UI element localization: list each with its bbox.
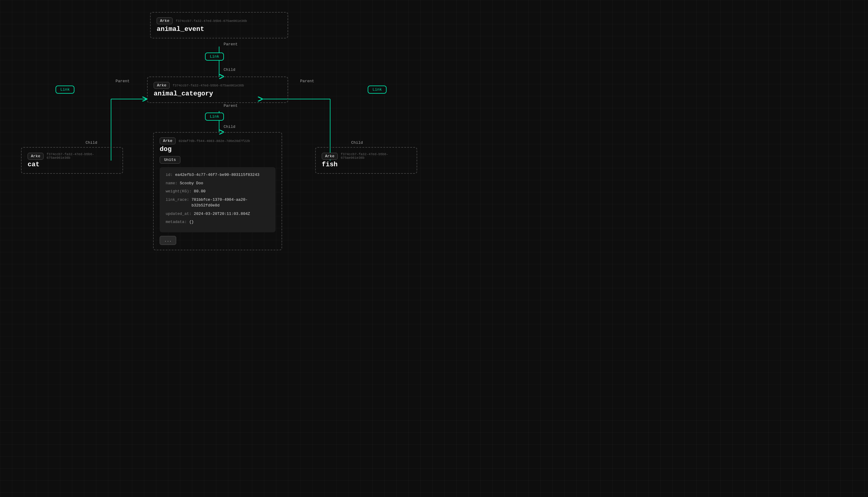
dog-more-button[interactable]: ... [160,236,176,245]
node-cat-uuid: f374ccb7-fa32-47ed-b5b6-675ae061e36b [46,153,116,160]
node-dog-name: dog [160,145,275,153]
dog-id-key: id: [166,172,173,178]
node-animal-event-header: Arke f374ccb7-fa32-47ed-b5b6-675ae061e36… [157,17,282,24]
node-fish-header: Arke f374ccb7-fa32-47ed-b5b6-675ae061e36… [322,153,411,160]
edge-label-child-fish: Child [351,140,363,145]
dog-name-val: Scooby Doo [180,180,203,186]
node-animal-category-uuid: f374ccb7-fa32-47ed-b5b6-675ae061e36b [173,84,244,87]
node-animal-category[interactable]: Arke f374ccb7-fa32-47ed-b5b6-675ae061e36… [147,76,288,103]
link-badge-3[interactable]: Link [56,86,74,94]
dog-data-panel: id: ea42efb3-4c77-46f7-be90-803115f83243… [160,167,275,232]
node-animal-category-name: animal_category [154,90,282,98]
dog-link-race-key: link_race: [166,197,189,209]
dog-weight-key: weight(KG): [166,188,191,195]
node-animal-event-name: animal_event [157,26,282,33]
dog-updated-at-key: updated_at: [166,211,191,217]
edge-label-parent-fish: Parent [300,79,314,83]
arke-badge-cat: Arke [28,153,44,160]
edge-label-parent-cat: Parent [116,79,130,83]
arke-badge-animal-category: Arke [154,82,170,89]
dog-name-key: name: [166,180,177,186]
dog-id-val: ea42efb3-4c77-46f7-be90-803115f83243 [175,172,259,178]
link-badge-1[interactable]: Link [205,53,224,61]
node-fish-name: fish [322,161,411,168]
dog-data-weight: weight(KG): 80.00 [166,188,270,195]
dog-metadata-key: metadata: [166,219,187,225]
dog-link-race-val: 781bbfce-1370-4904-aa20-b32b52fd0e8d [191,197,270,209]
dog-data-name: name: Scooby Doo [166,180,270,186]
edge-label-parent-1: Parent [224,42,238,46]
node-fish[interactable]: Arke f374ccb7-fa32-47ed-b5b6-675ae061e36… [315,147,417,174]
link-badge-4[interactable]: Link [368,86,387,94]
node-cat-header: Arke f374ccb7-fa32-47ed-b5b6-675ae061e36… [28,153,116,160]
arke-badge-animal-event: Arke [157,17,173,24]
arke-badge-dog: Arke [160,138,175,144]
dog-weight-val: 80.00 [194,188,205,195]
canvas: Arke f374ccb7-fa32-47ed-b5b6-675ae061e36… [0,0,868,497]
edge-label-child-1: Child [224,68,235,72]
node-dog-header: Arke 02daf7db-f544-4083-882e-7d6e20d7f22… [160,138,275,144]
node-cat[interactable]: Arke f374ccb7-fa32-47ed-b5b6-675ae061e36… [21,147,123,174]
dog-data-metadata: metadata: {} [166,219,270,225]
node-dog[interactable]: Arke 02daf7db-f544-4083-882e-7d6e20d7f22… [153,132,282,250]
dog-data-id: id: ea42efb3-4c77-46f7-be90-803115f83243 [166,172,270,178]
dog-data-updated-at: updated_at: 2024-03-20T20:11:03.804Z [166,211,270,217]
node-animal-event-uuid: f374ccb7-fa32-47ed-b5b6-675ae061e36b [175,19,247,23]
edge-label-child-2: Child [224,125,235,129]
node-dog-uuid: 02daf7db-f544-4083-882e-7d6e20d7f22b [179,139,250,143]
arrows-svg [0,0,868,497]
dog-metadata-val: {} [189,219,194,225]
dog-updated-at-val: 2024-03-20T20:11:03.804Z [194,211,250,217]
node-cat-name: cat [28,161,116,168]
units-badge[interactable]: Units [160,156,180,164]
node-fish-uuid: f374ccb7-fa32-47ed-b5b6-675ae061e36b [341,153,411,160]
node-animal-event[interactable]: Arke f374ccb7-fa32-47ed-b5b6-675ae061e36… [150,12,288,39]
arke-badge-fish: Arke [322,153,338,160]
node-animal-category-header: Arke f374ccb7-fa32-47ed-b5b6-675ae061e36… [154,82,282,89]
edge-label-parent-2: Parent [224,103,238,108]
edge-label-child-cat: Child [86,140,97,145]
dog-data-link-race: link_race: 781bbfce-1370-4904-aa20-b32b5… [166,197,270,209]
link-badge-2[interactable]: Link [205,113,224,120]
